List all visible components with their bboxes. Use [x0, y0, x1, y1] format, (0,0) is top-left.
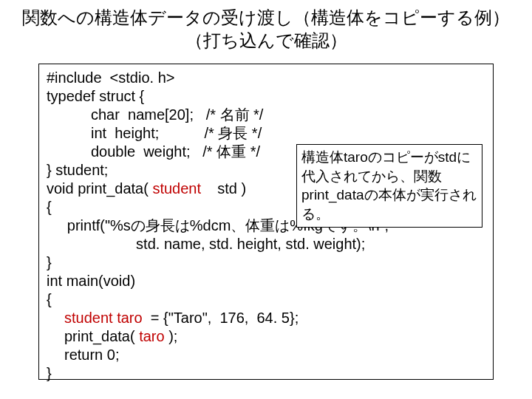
highlight-student-taro: student taro	[64, 310, 143, 326]
title-line1: 関数への構造体データの受け渡し（構造体をコピーする例）	[22, 7, 510, 27]
code-line: {	[47, 290, 485, 309]
code-line: char name[20]; /* 名前 */	[47, 106, 485, 124]
code-line: }	[47, 253, 485, 272]
slide-title: 関数への構造体データの受け渡し（構造体をコピーする例） （打ち込んで確認）	[0, 0, 532, 56]
code-line: student taro = {"Taro", 176, 64. 5};	[47, 309, 485, 327]
code-line: #include <stdio. h>	[47, 69, 485, 87]
annotation-text: 構造体taroのコピーがstdに代入されてから、関数print_dataの本体が…	[301, 149, 477, 222]
code-line: typedef struct {	[47, 87, 485, 106]
code-line: int main(void)	[47, 272, 485, 290]
code-line: std. name, std. height, std. weight);	[47, 235, 485, 253]
code-line: int height; /* 身長 */	[47, 124, 485, 143]
highlight-student: student	[152, 180, 201, 197]
code-line: print_data( taro );	[47, 327, 485, 346]
annotation-box: 構造体taroのコピーがstdに代入されてから、関数print_dataの本体が…	[296, 144, 482, 228]
code-box: #include <stdio. h> typedef struct { cha…	[38, 64, 494, 380]
highlight-taro: taro	[139, 328, 164, 344]
title-line2: （打ち込んで確認）	[185, 30, 347, 50]
code-line: }	[47, 364, 485, 383]
code-line: return 0;	[47, 346, 485, 364]
